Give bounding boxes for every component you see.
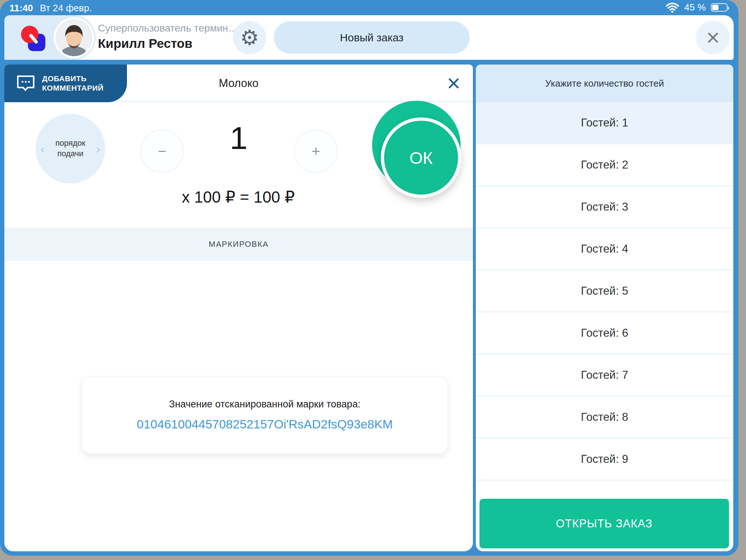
price-calculation: x 100 ₽ = 100 ₽: [120, 188, 356, 206]
add-comment-line2: КОММЕНТАРИЙ: [42, 83, 104, 93]
app-header: Суперпользователь термин… Кирилл Рестов …: [4, 15, 734, 60]
guest-count-option[interactable]: Гостей: 9: [476, 439, 733, 481]
battery-icon: [711, 3, 728, 12]
status-date: Вт 24 февр.: [40, 3, 92, 14]
ok-label: ОК: [409, 148, 433, 168]
guest-count-option[interactable]: Гостей: 6: [476, 312, 733, 354]
chevron-right-icon[interactable]: ›: [96, 114, 100, 183]
guest-count-option[interactable]: Гостей: 5: [476, 270, 733, 312]
status-time: 11:40: [9, 3, 33, 14]
serve-order-line2: подачи: [55, 149, 86, 159]
ok-button[interactable]: ОК: [372, 104, 471, 215]
quantity-plus-button[interactable]: +: [294, 129, 338, 173]
scanned-mark-label: Значение отсканированной марки товара:: [169, 399, 360, 410]
guest-count-option[interactable]: Гостей: 7: [476, 354, 733, 397]
open-order-label: ОТКРЫТЬ ЗАКАЗ: [556, 517, 653, 530]
add-comment-line1: ДОБАВИТЬ: [42, 74, 104, 83]
open-order-button[interactable]: ОТКРЫТЬ ЗАКАЗ: [479, 499, 729, 548]
guest-count-list: Гостей: 1Гостей: 2Гостей: 3Гостей: 4Гост…: [476, 102, 733, 481]
quickresto-logo: [21, 26, 46, 52]
plus-icon: +: [312, 143, 320, 159]
guest-count-option[interactable]: Гостей: 3: [476, 186, 733, 228]
serve-order-line1: порядок: [55, 138, 86, 149]
chevron-left-icon[interactable]: ‹: [41, 114, 45, 183]
screen: 11:40 Вт 24 февр. 45 %: [0, 0, 746, 560]
quantity-value: 1: [207, 120, 270, 157]
product-panel-header: Молоко ДОБАВИТЬ КОММЕНТАРИЙ: [4, 65, 473, 102]
battery-percent: 45 %: [684, 2, 706, 13]
wifi-icon: [665, 3, 679, 13]
close-icon: [447, 76, 461, 90]
guests-panel: Укажите количество гостей Гостей: 1Госте…: [476, 65, 733, 551]
guest-count-option[interactable]: Гостей: 8: [476, 397, 733, 439]
avatar[interactable]: [55, 19, 92, 56]
guest-count-option[interactable]: Гостей: 2: [476, 144, 733, 186]
order-tab[interactable]: Новый заказ: [274, 21, 470, 54]
guest-count-option[interactable]: Гостей: 1: [476, 102, 733, 144]
close-icon: [705, 30, 721, 45]
minus-icon: −: [158, 143, 166, 159]
guests-panel-title: Укажите количество гостей: [476, 65, 733, 102]
product-panel: Молоко ДОБАВИТЬ КОММЕНТАРИЙ: [4, 65, 473, 551]
settings-button[interactable]: ⚙: [233, 21, 266, 54]
product-close-button[interactable]: [447, 76, 461, 90]
serve-order-selector[interactable]: ‹ порядок подачи ›: [36, 114, 105, 183]
scanned-mark-card: Значение отсканированной марки товара: 0…: [82, 376, 448, 454]
add-comment-button[interactable]: ДОБАВИТЬ КОММЕНТАРИЙ: [4, 65, 127, 102]
header-close-button[interactable]: [696, 21, 730, 54]
scanned-mark-value: 01046100445708252157Oi'RsAD2fsQ93e8KM: [137, 417, 393, 431]
order-tab-label: Новый заказ: [340, 32, 403, 44]
marking-section-header: МАРКИРОВКА: [4, 228, 473, 261]
comment-icon: [17, 75, 35, 92]
status-bar: 11:40 Вт 24 февр. 45 %: [0, 0, 738, 15]
user-name: Кирилл Рестов: [98, 36, 238, 51]
quantity-minus-button[interactable]: −: [140, 129, 184, 173]
gear-icon: ⚙: [240, 27, 259, 48]
quantity-section: ‹ порядок подачи › − 1 + ОК: [4, 104, 473, 228]
user-role: Суперпользователь термин…: [98, 22, 238, 34]
app-frame: 11:40 Вт 24 февр. 45 %: [0, 0, 738, 556]
guest-count-option[interactable]: Гостей: 4: [476, 228, 733, 270]
